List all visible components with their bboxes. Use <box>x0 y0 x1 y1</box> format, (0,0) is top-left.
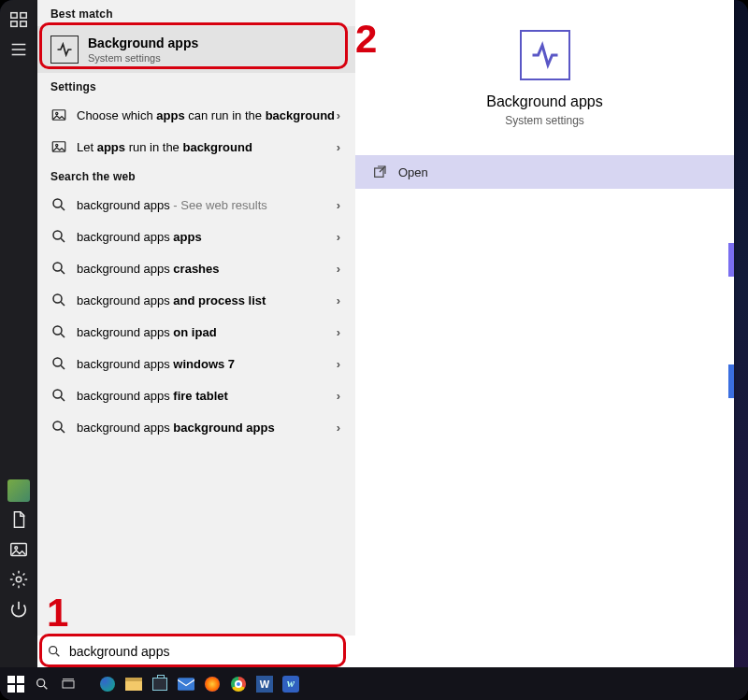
left-system-strip <box>0 0 37 668</box>
chrome-icon[interactable] <box>228 674 249 694</box>
chevron-right-icon: › <box>337 293 340 307</box>
search-web-header: Search the web <box>37 163 355 189</box>
settings-result[interactable]: Choose which apps can run in the backgro… <box>37 99 355 131</box>
chevron-right-icon: › <box>337 262 340 276</box>
task-view-icon[interactable] <box>58 674 79 694</box>
result-text: background apps windows 7 <box>77 357 235 371</box>
open-external-icon <box>372 164 387 179</box>
svg-line-17 <box>61 238 65 242</box>
settings-result[interactable]: Let apps run in the background› <box>37 131 355 163</box>
result-text: background apps - See web results <box>77 198 267 212</box>
svg-point-33 <box>37 679 45 686</box>
mail-icon[interactable] <box>176 674 196 694</box>
list-icon <box>8 39 29 60</box>
result-text: background apps and process list <box>77 293 266 307</box>
svg-line-19 <box>61 270 65 274</box>
svg-line-25 <box>61 365 65 369</box>
best-match-subtitle: System settings <box>88 52 198 64</box>
svg-rect-2 <box>11 21 17 27</box>
best-match-title: Background apps <box>88 36 198 50</box>
taskbar-search-input[interactable]: background apps <box>37 636 734 667</box>
screenshot-root: Best match Background apps System settin… <box>0 0 748 700</box>
web-search-result[interactable]: background apps background apps› <box>37 411 355 443</box>
app-icon[interactable]: w <box>280 674 301 694</box>
svg-point-26 <box>53 390 62 398</box>
start-button[interactable] <box>6 674 26 694</box>
svg-line-27 <box>61 397 65 401</box>
start-search-popup: Best match Background apps System settin… <box>37 0 734 636</box>
svg-line-23 <box>61 334 65 337</box>
task-view-icon <box>8 9 29 30</box>
result-text: background apps crashes <box>77 262 220 276</box>
web-search-result[interactable]: background apps crashes› <box>37 252 355 284</box>
chevron-right-icon: › <box>337 325 340 339</box>
activity-icon <box>50 36 79 64</box>
svg-line-34 <box>44 686 47 689</box>
search-results-column: Best match Background apps System settin… <box>37 0 355 636</box>
result-preview-pane: Background apps System settings Open <box>355 0 734 636</box>
svg-rect-0 <box>11 13 17 19</box>
svg-point-8 <box>15 547 18 550</box>
window-edge-accent <box>728 364 734 398</box>
svg-point-9 <box>16 577 22 582</box>
firefox-icon[interactable] <box>202 674 223 694</box>
svg-point-28 <box>53 421 62 430</box>
pictures-icon[interactable] <box>8 539 29 560</box>
svg-point-14 <box>53 199 62 207</box>
open-label: Open <box>398 165 428 179</box>
web-search-result[interactable]: background apps fire tablet› <box>37 379 355 411</box>
document-icon[interactable] <box>8 509 29 530</box>
svg-point-22 <box>53 326 62 335</box>
svg-line-21 <box>61 302 65 306</box>
preview-title: Background apps <box>355 93 734 110</box>
best-match-result[interactable]: Background apps System settings <box>37 26 355 73</box>
edge-browser-icon[interactable] <box>97 674 118 694</box>
web-search-result[interactable]: background apps on ipad› <box>37 316 355 348</box>
svg-point-18 <box>53 263 62 271</box>
search-query-text: background apps <box>69 644 169 659</box>
chevron-right-icon: › <box>337 357 340 371</box>
search-icon <box>47 644 62 659</box>
best-match-header: Best match <box>37 0 355 26</box>
result-text: background apps fire tablet <box>77 389 228 403</box>
chevron-right-icon: › <box>337 389 340 403</box>
web-search-result[interactable]: background apps - See web results› <box>37 189 355 221</box>
web-search-result[interactable]: background apps and process list› <box>37 284 355 316</box>
result-text: background apps apps <box>77 230 202 244</box>
chevron-right-icon: › <box>337 140 340 154</box>
svg-point-24 <box>53 358 62 366</box>
result-text: Let apps run in the background <box>77 140 252 154</box>
microsoft-store-icon[interactable] <box>150 674 170 694</box>
window-edge-accent <box>728 243 734 277</box>
svg-line-15 <box>61 207 65 210</box>
chevron-right-icon: › <box>337 230 340 244</box>
svg-line-32 <box>56 653 59 656</box>
svg-line-29 <box>61 429 65 433</box>
svg-point-16 <box>53 231 62 239</box>
power-icon[interactable] <box>8 599 29 620</box>
svg-point-20 <box>53 294 62 303</box>
file-explorer-icon[interactable] <box>123 674 144 694</box>
preview-subtitle: System settings <box>355 114 734 127</box>
svg-point-31 <box>50 647 57 654</box>
settings-header: Settings <box>37 73 355 99</box>
web-search-result[interactable]: background apps apps› <box>37 221 355 252</box>
word-icon[interactable]: W <box>254 674 275 694</box>
svg-point-11 <box>56 112 58 114</box>
result-text: Choose which apps can run in the backgro… <box>77 108 335 122</box>
activity-icon <box>520 30 570 80</box>
result-text: background apps on ipad <box>77 325 217 339</box>
taskbar: W w <box>0 667 748 700</box>
search-icon[interactable] <box>32 674 52 694</box>
web-search-result[interactable]: background apps windows 7› <box>37 348 355 379</box>
svg-rect-35 <box>63 680 74 687</box>
user-avatar-icon[interactable] <box>7 479 30 502</box>
open-action-row[interactable]: Open <box>355 155 734 189</box>
chevron-right-icon: › <box>337 198 340 212</box>
svg-rect-3 <box>21 21 26 27</box>
chevron-right-icon: › <box>337 421 340 435</box>
svg-rect-1 <box>21 13 26 19</box>
chevron-right-icon: › <box>337 108 340 122</box>
svg-point-13 <box>56 144 58 146</box>
gear-icon[interactable] <box>8 569 29 590</box>
